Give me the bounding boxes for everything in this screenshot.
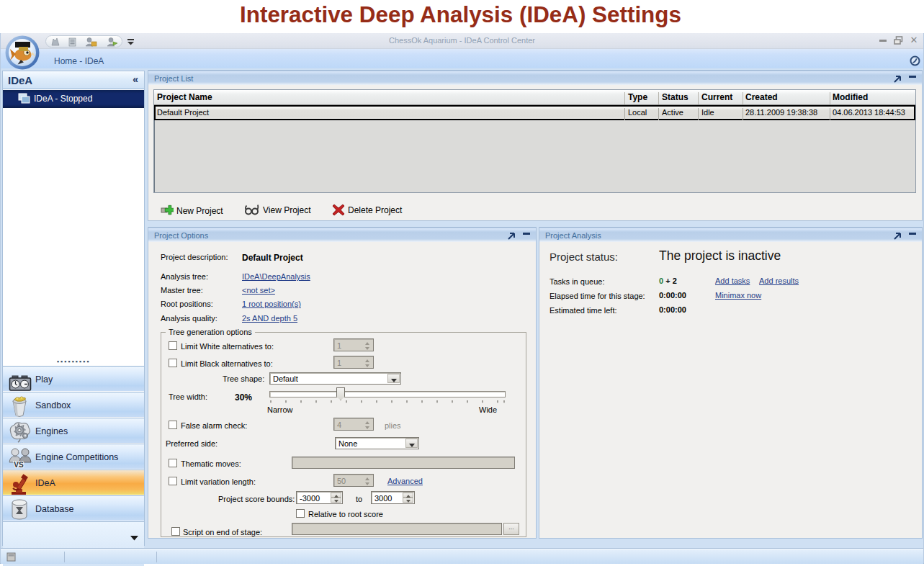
svg-text:VS: VS [14, 461, 24, 469]
